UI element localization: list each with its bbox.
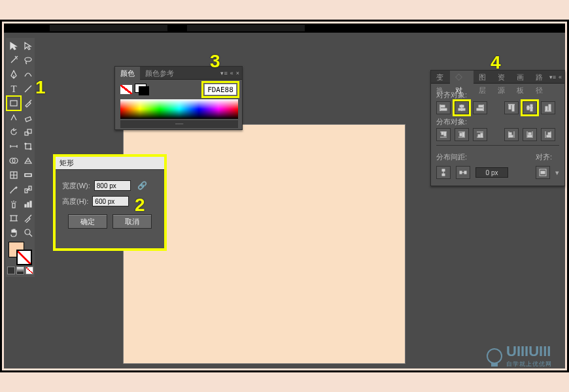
document-tab[interactable] [187, 25, 305, 31]
dist-vcenter-button[interactable] [455, 128, 469, 141]
height-input[interactable] [92, 196, 129, 206]
artboard-tool[interactable] [7, 212, 20, 225]
eyedropper-tool[interactable] [7, 183, 20, 196]
svg-rect-16 [27, 203, 29, 207]
panel-menu-icon[interactable]: ▾≡ [220, 70, 227, 76]
color-mode-none[interactable] [26, 267, 33, 274]
gradient-tool[interactable] [22, 169, 35, 182]
watermark: UIIIUIII 自学就上优优网 [487, 343, 552, 368]
fill-stroke-swatch[interactable] [7, 240, 35, 264]
svg-point-7 [30, 148, 31, 150]
symbol-sprayer-tool[interactable] [7, 197, 20, 210]
panel-menu-icon[interactable]: ▾≡ [549, 74, 556, 80]
hand-tool[interactable] [7, 226, 20, 239]
layers-tab[interactable]: 图层 [474, 71, 492, 84]
svg-rect-42 [548, 133, 551, 135]
path-tab[interactable]: 路径 [530, 71, 549, 84]
color-guide-tab[interactable]: 颜色参考 [140, 67, 179, 80]
rectangle-dialog: 矩形 宽度(W): 🔗 高度(H): 确定 取消 [53, 154, 167, 251]
link-dimensions-icon[interactable]: 🔗 [137, 181, 147, 190]
align-tab[interactable]: ◇对齐 [450, 71, 474, 84]
svg-rect-1 [10, 101, 17, 106]
rectangle-tool[interactable] [7, 97, 20, 110]
svg-rect-40 [528, 133, 531, 135]
color-mode-solid[interactable] [7, 267, 15, 274]
dist-left-button[interactable] [504, 128, 519, 141]
svg-rect-49 [541, 171, 545, 174]
svg-rect-20 [441, 105, 445, 107]
align-left-button[interactable] [436, 101, 451, 114]
width-label: 宽度(W): [62, 181, 90, 191]
panel-resize-grip[interactable] [120, 120, 238, 128]
svg-rect-21 [441, 108, 447, 110]
artboard-tab[interactable]: 画板 [511, 71, 530, 84]
width-tool[interactable] [7, 140, 20, 153]
panel-collapse-icon[interactable]: « [559, 74, 562, 80]
dropdown-icon[interactable]: ▾ [555, 169, 559, 177]
height-label: 高度(H): [62, 197, 88, 206]
color-spectrum[interactable] [120, 99, 238, 119]
panel-collapse-icon[interactable]: « [230, 70, 233, 76]
color-none-swatch[interactable] [120, 85, 132, 94]
spacing-input[interactable] [475, 167, 508, 178]
direct-selection-tool[interactable] [22, 39, 35, 52]
transform-tab[interactable]: 变换 [431, 71, 450, 84]
align-hcenter-button[interactable] [455, 101, 469, 114]
align-vcenter-button[interactable] [523, 101, 537, 114]
width-input[interactable] [94, 180, 131, 191]
dist-hcenter-button[interactable] [523, 128, 537, 141]
align-right-button[interactable] [473, 101, 487, 114]
svg-rect-38 [509, 133, 511, 135]
paintbrush-tool[interactable] [22, 97, 35, 110]
hex-input[interactable] [204, 84, 237, 95]
dist-right-button[interactable] [541, 128, 555, 141]
shape-builder-tool[interactable] [7, 154, 20, 167]
svg-point-0 [25, 57, 31, 61]
svg-rect-28 [527, 106, 529, 110]
svg-rect-36 [478, 135, 480, 137]
slice-tool[interactable] [22, 212, 35, 225]
selection-tool[interactable] [7, 39, 20, 52]
free-transform-tool[interactable] [22, 140, 35, 153]
lasso-tool[interactable] [22, 54, 35, 67]
dist-vspace-button[interactable] [436, 166, 451, 179]
magic-wand-tool[interactable] [7, 54, 20, 67]
ok-button[interactable]: 确定 [68, 214, 107, 229]
color-tab[interactable]: 颜色 [115, 67, 140, 80]
svg-rect-37 [481, 133, 483, 137]
stroke-swatch[interactable] [16, 250, 32, 265]
curvature-tool[interactable] [22, 68, 35, 81]
dist-hspace-button[interactable] [456, 166, 470, 179]
dist-top-button[interactable] [436, 128, 451, 141]
align-bottom-button[interactable] [541, 101, 555, 114]
align-to-button[interactable] [536, 166, 550, 179]
align-top-button[interactable] [504, 101, 519, 114]
line-tool[interactable] [22, 82, 35, 95]
svg-rect-15 [25, 204, 26, 207]
column-graph-tool[interactable] [22, 197, 35, 210]
perspective-grid-tool[interactable] [22, 154, 35, 167]
dialog-title: 矩形 [56, 157, 164, 170]
color-stroke-swatch[interactable] [139, 86, 149, 95]
svg-rect-34 [460, 133, 462, 136]
svg-point-19 [25, 229, 30, 235]
cancel-button[interactable]: 取消 [112, 214, 152, 229]
workspace: T [4, 24, 565, 368]
dist-bottom-button[interactable] [473, 128, 487, 141]
panel-close-icon[interactable]: × [236, 70, 239, 76]
svg-rect-26 [509, 105, 511, 109]
shaper-tool[interactable] [7, 111, 20, 124]
scale-tool[interactable] [22, 125, 35, 139]
align-panel: 变换 ◇对齐 图层 资源 画板 路径 ▾≡ « 对齐对象: [430, 70, 565, 186]
type-tool[interactable]: T [7, 82, 20, 95]
document-tab[interactable] [50, 25, 167, 31]
svg-rect-23 [458, 108, 465, 110]
pen-tool[interactable] [7, 68, 20, 81]
mesh-tool[interactable] [7, 169, 20, 182]
blend-tool[interactable] [22, 183, 35, 196]
svg-rect-41 [528, 135, 532, 137]
rotate-tool[interactable] [7, 125, 20, 139]
zoom-tool[interactable] [22, 226, 35, 239]
color-mode-gradient[interactable] [16, 267, 24, 274]
eraser-tool[interactable] [22, 111, 35, 124]
